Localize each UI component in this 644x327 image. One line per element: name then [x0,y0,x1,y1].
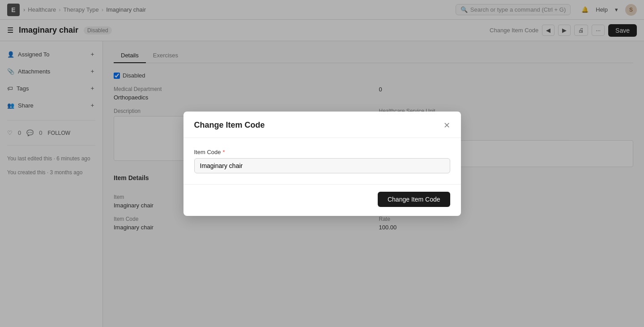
modal-item-code-input[interactable] [194,158,450,173]
modal-footer: Change Item Code [183,184,461,216]
modal-close-button[interactable]: ✕ [444,120,450,130]
modal-submit-button[interactable]: Change Item Code [378,192,450,207]
modal: Change Item Code ✕ Item Code * Change It… [183,112,461,216]
modal-body: Item Code * [183,138,461,184]
required-mark: * [222,149,225,155]
close-icon: ✕ [444,120,450,130]
modal-header: Change Item Code ✕ [183,112,461,138]
modal-overlay[interactable]: Change Item Code ✕ Item Code * Change It… [0,0,644,327]
modal-title: Change Item Code [194,120,265,130]
modal-item-code-label: Item Code * [194,149,450,155]
